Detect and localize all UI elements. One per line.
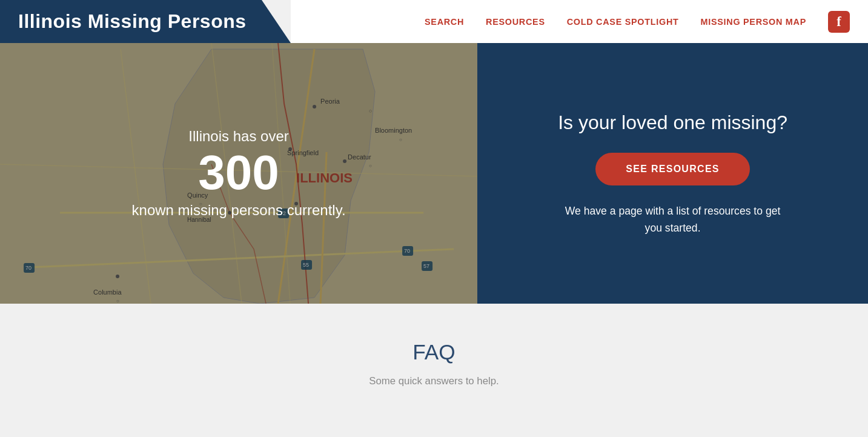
see-resources-button[interactable]: SEE RESOURCES xyxy=(595,153,749,185)
hero-cta-panel: Is your loved one missing? SEE RESOURCES… xyxy=(477,43,868,304)
hero-cta-body: We have a page with a list of resources … xyxy=(558,202,788,236)
faq-subtitle: Some quick answers to help. xyxy=(24,375,844,387)
stats-number: 300 xyxy=(198,148,279,197)
site-title: Illinois Missing Persons xyxy=(18,10,247,33)
nav-search[interactable]: SEARCH xyxy=(425,17,464,27)
nav-cold-case[interactable]: COLD CASE SPOTLIGHT xyxy=(567,17,679,27)
main-nav: SEARCH RESOURCES COLD CASE SPOTLIGHT MIS… xyxy=(291,0,868,43)
nav-resources[interactable]: RESOURCES xyxy=(486,17,545,27)
facebook-icon[interactable]: f xyxy=(828,11,850,33)
stats-sub-text: known missing persons currently. xyxy=(132,202,346,219)
faq-title: FAQ xyxy=(24,340,844,364)
stats-over-text: Illinois has over xyxy=(188,128,288,145)
hero-section: Peoria ○ Bloomington ○ Springfield Decat… xyxy=(0,43,868,304)
site-logo[interactable]: Illinois Missing Persons xyxy=(0,0,291,43)
nav-map[interactable]: MISSING PERSON MAP xyxy=(701,17,806,27)
header: Illinois Missing Persons SEARCH RESOURCE… xyxy=(0,0,868,43)
hero-map: Peoria ○ Bloomington ○ Springfield Decat… xyxy=(0,43,477,304)
faq-section: FAQ Some quick answers to help. xyxy=(0,304,868,430)
hero-cta-heading: Is your loved one missing? xyxy=(558,110,787,136)
hero-stats: Illinois has over 300 known missing pers… xyxy=(0,43,477,304)
